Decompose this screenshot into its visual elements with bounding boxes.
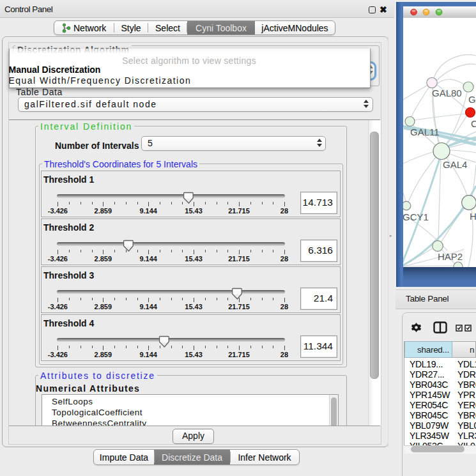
svg-text:H: H [470,211,476,222]
svg-text:C: C [471,118,476,129]
svg-text:GAL80: GAL80 [432,88,462,98]
svg-text:HAP2: HAP2 [438,251,463,262]
svg-text:GAL4: GAL4 [443,159,467,170]
svg-text:GCY1: GCY1 [403,211,429,222]
svg-text:GAL11: GAL11 [410,127,440,137]
svg-text:GA: GA [468,94,476,105]
